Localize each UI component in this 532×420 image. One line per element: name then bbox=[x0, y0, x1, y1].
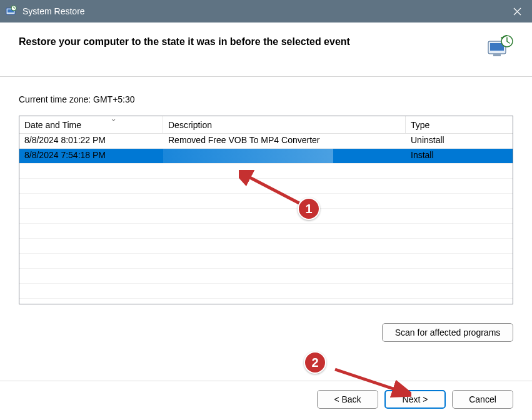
cell-datetime: 8/8/2024 8:01:22 PM bbox=[19, 134, 163, 148]
annotation-badge-2: 2 bbox=[304, 351, 326, 374]
timezone-label: Current time zone: GMT+5:30 bbox=[19, 94, 513, 104]
cell-type: Install bbox=[406, 149, 508, 163]
table-row-empty bbox=[19, 209, 513, 224]
table-row[interactable]: 8/8/2024 7:54:18 PMInstall bbox=[19, 149, 513, 164]
cell-datetime: 8/8/2024 7:54:18 PM bbox=[19, 149, 163, 163]
titlebar: System Restore bbox=[0, 0, 532, 22]
table-row-empty bbox=[19, 254, 513, 269]
close-icon bbox=[513, 8, 521, 16]
column-type[interactable]: Type bbox=[406, 116, 508, 133]
table-row-empty bbox=[19, 269, 513, 284]
scan-row: Scan for affected programs bbox=[0, 311, 532, 342]
cell-description: Removed Free VOB To MP4 Converter bbox=[163, 134, 406, 148]
close-button[interactable] bbox=[502, 0, 532, 22]
wizard-header: Restore your computer to the state it wa… bbox=[0, 22, 532, 77]
back-button[interactable]: < Back bbox=[317, 390, 378, 409]
restore-points-table: Date and Time ⌄ Description Type 8/8/202… bbox=[19, 116, 513, 304]
restore-header-icon bbox=[487, 34, 513, 60]
column-datetime-label: Date and Time bbox=[24, 120, 81, 130]
column-type-label: Type bbox=[411, 120, 429, 130]
table-row-empty bbox=[19, 239, 513, 254]
table-row-empty bbox=[19, 284, 513, 299]
svg-rect-5 bbox=[493, 54, 501, 56]
page-title: Restore your computer to the state it wa… bbox=[19, 36, 350, 48]
table-row-empty bbox=[19, 194, 513, 209]
table-row[interactable]: 8/8/2024 8:01:22 PMRemoved Free VOB To M… bbox=[19, 134, 513, 149]
titlebar-title: System Restore bbox=[23, 6, 502, 16]
table-row-empty bbox=[19, 164, 513, 179]
column-datetime[interactable]: Date and Time ⌄ bbox=[19, 116, 163, 133]
cell-type: Uninstall bbox=[406, 134, 508, 148]
scan-affected-button[interactable]: Scan for affected programs bbox=[382, 323, 513, 342]
wizard-content: Current time zone: GMT+5:30 Date and Tim… bbox=[0, 77, 532, 311]
system-restore-icon bbox=[5, 5, 18, 18]
cell-description bbox=[163, 149, 406, 163]
table-body: 8/8/2024 8:01:22 PMRemoved Free VOB To M… bbox=[19, 134, 513, 299]
next-button[interactable]: Next > bbox=[384, 390, 446, 409]
column-description[interactable]: Description bbox=[163, 116, 406, 133]
table-header: Date and Time ⌄ Description Type bbox=[19, 116, 513, 134]
cancel-button[interactable]: Cancel bbox=[452, 390, 513, 409]
column-description-label: Description bbox=[168, 120, 212, 130]
table-row-empty bbox=[19, 224, 513, 239]
wizard-footer: < Back Next > Cancel bbox=[0, 381, 532, 420]
table-row-empty bbox=[19, 179, 513, 194]
sort-indicator-icon: ⌄ bbox=[110, 116, 118, 122]
